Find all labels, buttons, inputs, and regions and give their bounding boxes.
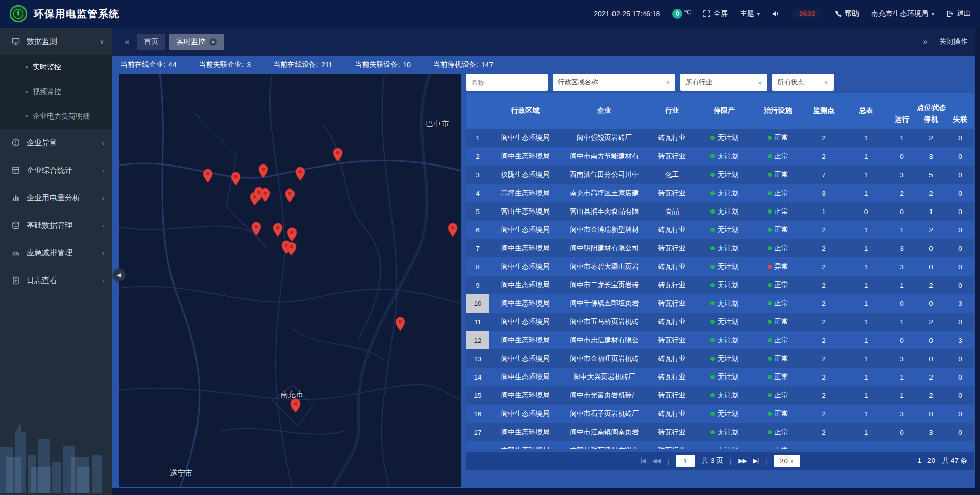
main-content: 当前在线企业:44当前失联企业:3当前在线设备:211当前失联设备:10当前停机… [112, 56, 975, 488]
name-search-input[interactable] [466, 74, 548, 91]
table-row[interactable]: 11阆中生态环境局阆中市五马桥页岩机砖砖瓦行业无计划正常21120 [466, 313, 974, 331]
industry-select[interactable]: 所有行业 ∨ [680, 74, 767, 91]
theme-dropdown[interactable]: 主题 ▾ [740, 9, 760, 18]
cell-stop: 2 [916, 221, 946, 239]
cell-index: 12 [466, 331, 489, 349]
sidebar-item-7[interactable]: 日志查看‹ [0, 267, 112, 294]
cell-index: 15 [466, 386, 489, 405]
sidebar-subitem[interactable]: 企业电力负荷明细 [0, 104, 112, 129]
map-pin-icon[interactable] [258, 164, 268, 178]
tabs-scroll-right-icon[interactable]: » [918, 37, 933, 47]
cell-company: 阆中强锐页岩砖厂 [561, 129, 648, 147]
map-panel[interactable]: 巴中市南充市遂宁市 [119, 74, 461, 487]
map-pin-icon[interactable] [203, 169, 213, 183]
tab-label: 实时监控 [177, 37, 205, 46]
map-pin-icon[interactable] [285, 188, 295, 203]
cell-stop: 2 [916, 184, 946, 202]
table-row[interactable]: 1阆中生态环境局阆中强锐页岩砖厂砖瓦行业无计划正常21120 [466, 129, 974, 147]
table-row[interactable]: 15阆中生态环境局阆中市光富页岩机砖厂砖瓦行业无计划正常21120 [466, 386, 974, 405]
column-header-run: 运行 [888, 113, 916, 129]
stat-label: 当前失联企业: [199, 60, 243, 69]
cell-limit: 无计划 [696, 129, 752, 147]
table-row[interactable]: 4高坪生态环境局南充市高坪区王家店建砖瓦行业无计划正常31220 [466, 184, 974, 202]
cell-run: 1 [888, 313, 916, 331]
cell-limit: 无计划 [696, 313, 752, 331]
sidebar-item-1[interactable]: 数据监测∨ [0, 28, 112, 55]
alarm-count-badge[interactable]: 2632 [792, 9, 822, 19]
table-row[interactable]: 5营山生态环境局营山县润丰肉食品有限食品无计划正常10010 [466, 202, 974, 221]
map-pin-icon[interactable] [273, 223, 283, 237]
sidebar-subitem[interactable]: 实时监控 [0, 55, 112, 80]
cell-industry: 砖瓦行业 [648, 331, 696, 349]
sidebar-item-6[interactable]: 应急减排管理‹ [0, 239, 112, 267]
map-pin-icon[interactable] [251, 222, 261, 236]
stat-item: 当前停机设备:147 [433, 60, 493, 69]
sidebar-subitem[interactable]: 视频监控 [0, 80, 112, 104]
table-row[interactable]: 9阆中生态环境局阆中市二龙长宝页岩砖砖瓦行业无计划正常21120 [466, 276, 974, 294]
first-page-icon[interactable]: |◀ [640, 457, 645, 464]
status-select[interactable]: 所有状态 ∨ [772, 74, 834, 91]
table-row[interactable]: 3仪陇生态环境局西南油气田分公司川中化工无计划正常71350 [466, 166, 974, 184]
table-row[interactable]: 12阆中生态环境局阆中市忠信建材有限公砖瓦行业无计划正常21003 [466, 331, 974, 349]
cell-region: 阆中生态环境局 [489, 331, 561, 349]
last-page-icon[interactable]: ▶| [753, 457, 758, 464]
table-row[interactable]: 10阆中生态环境局阆中千佛镇五郎垭页岩砖瓦行业无计划正常21003 [466, 294, 974, 313]
tab-close-icon[interactable]: × [209, 38, 217, 46]
table-row[interactable]: 6阆中生态环境局阆中市金博瑞新型墙材砖瓦行业无计划正常21120 [466, 221, 974, 239]
close-operations-button[interactable]: 关闭操作 [939, 37, 968, 46]
header-right-cluster: 2021-02-25 17:46:18 0 ℃ 全屏 主题 ▾ 2632 帮助 [594, 9, 971, 19]
tabs-scroll-left-icon[interactable]: « [119, 37, 135, 47]
sidebar-item-3[interactable]: 企业综合统计‹ [0, 156, 112, 184]
map-pin-icon[interactable] [286, 242, 297, 256]
cell-run: 0 [888, 202, 916, 221]
logout-button[interactable]: 退出 [946, 9, 971, 18]
fullscreen-button[interactable]: 全屏 [703, 9, 728, 18]
cell-meters: 1 [844, 405, 888, 423]
cell-points: 2 [803, 294, 844, 313]
sidebar-item-5[interactable]: 基础数据管理‹ [0, 211, 112, 239]
page-number-input[interactable] [676, 455, 695, 467]
status-dot-icon [710, 265, 715, 269]
next-page-icon[interactable]: ▶▶ [738, 457, 746, 464]
page-size-select[interactable]: 20 ∨ [774, 455, 800, 467]
table-row[interactable]: 14阆中生态环境局阆中大兴页岩机砖厂砖瓦行业无计划正常21120 [466, 368, 974, 386]
map-pin-icon[interactable] [260, 188, 271, 202]
sidebar-collapse-button[interactable]: ◀ [113, 269, 126, 281]
map-pin-icon[interactable] [395, 317, 405, 331]
cell-stop: 0 [916, 239, 946, 257]
app-root: 环保用电监管系统 2021-02-25 17:46:18 0 ℃ 全屏 主题 ▾… [0, 0, 980, 495]
map-pin-icon[interactable] [287, 227, 297, 242]
cell-industry: 砖瓦行业 [648, 239, 696, 257]
map-pin-icon[interactable] [231, 172, 241, 186]
map-pin-icon[interactable] [333, 148, 343, 162]
table-row[interactable]: 18南部生态环境局南部县砖瓦建材有限公砖瓦行业无计划正常21030 [466, 441, 974, 449]
cell-run: 2 [888, 184, 916, 202]
cell-lost: 0 [946, 257, 974, 276]
map-pin-icon[interactable] [448, 223, 458, 237]
region-select[interactable]: 行政区域名称 ∨ [553, 74, 675, 91]
tab-2[interactable]: 实时监控× [169, 34, 224, 50]
map-pin-icon[interactable] [295, 167, 305, 181]
cell-run: 1 [888, 368, 916, 386]
table-row[interactable]: 17阆中生态环境局阆中市江南镇阆南页岩砖瓦行业无计划正常21030 [466, 423, 974, 441]
table-row[interactable]: 16阆中生态环境局阆中市石子页岩机砖厂砖瓦行业无计划正常21300 [466, 405, 974, 423]
cell-run: 3 [888, 166, 916, 184]
table-row[interactable]: 7阆中生态环境局阆中明阳建材有限公司砖瓦行业无计划正常21300 [466, 239, 974, 257]
table-row[interactable]: 2阆中生态环境局阆中市南方节能建材有砖瓦行业无计划正常21030 [466, 147, 974, 166]
sidebar-item-2[interactable]: 企业异常‹ [0, 129, 112, 156]
pagination-divider: | [730, 457, 732, 465]
prev-page-icon[interactable]: ◀◀ [652, 457, 660, 464]
help-button[interactable]: 帮助 [835, 9, 859, 18]
table-row[interactable]: 13阆中生态环境局阆中市金福旺页岩机砖砖瓦行业无计划正常21300 [466, 349, 974, 368]
cell-points: 2 [803, 386, 844, 405]
table-row[interactable]: 8阆中生态环境局阆中市枣碧大梁山页岩砖瓦行业无计划异常21300 [466, 257, 974, 276]
map-pin-icon[interactable] [290, 398, 301, 413]
bullet-dot-icon [26, 66, 28, 68]
tab-1[interactable]: 首页 [137, 34, 165, 50]
cell-lost: 3 [946, 294, 974, 313]
org-dropdown[interactable]: 南充市生态环境局 ▾ [871, 9, 934, 18]
sidebar-item-4[interactable]: 企业用电量分析‹ [0, 184, 112, 211]
sidebar-menu: 数据监测∨实时监控视频监控企业电力负荷明细企业异常‹企业综合统计‹企业用电量分析… [0, 28, 112, 294]
stat-item: 当前在线企业:44 [120, 60, 176, 69]
alarm-speaker-button[interactable] [772, 10, 780, 17]
